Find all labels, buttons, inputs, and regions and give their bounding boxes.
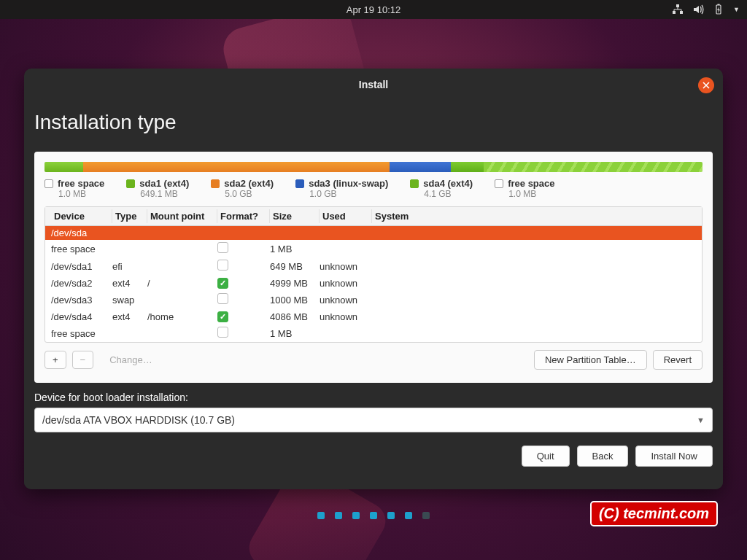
legend-item: free space1.0 MB xyxy=(495,178,554,199)
dot xyxy=(387,512,395,519)
table-cell: free space xyxy=(51,328,112,339)
col-device[interactable]: Device xyxy=(51,209,112,223)
legend-size: 1.0 MB xyxy=(508,189,554,199)
format-checkbox[interactable] xyxy=(217,278,228,289)
table-cell: ext4 xyxy=(112,278,147,289)
install-window: Install Installation type free space1.0 … xyxy=(24,69,723,489)
svg-rect-0 xyxy=(673,11,676,14)
legend-item: free space1.0 MB xyxy=(44,178,104,199)
table-cell: /dev/sda1 xyxy=(51,261,112,272)
col-system[interactable]: System xyxy=(372,209,696,223)
svg-rect-2 xyxy=(676,4,679,7)
partition-segment[interactable] xyxy=(390,162,451,172)
col-mount[interactable]: Mount point xyxy=(147,209,217,223)
change-button[interactable]: Change… xyxy=(99,351,163,369)
format-checkbox[interactable] xyxy=(217,260,228,271)
add-partition-button[interactable]: + xyxy=(44,351,66,369)
network-icon[interactable] xyxy=(672,4,684,15)
table-cell xyxy=(217,260,270,273)
table-cell: free space xyxy=(51,244,112,254)
boot-loader-device-select[interactable]: /dev/sda ATA VBOX HARDDISK (10.7 GB) ▼ xyxy=(34,408,713,432)
table-cell: ext4 xyxy=(112,311,147,322)
table-row[interactable]: /dev/sda2ext4/4999 MBunknown xyxy=(45,275,702,291)
watermark: (C) tecmint.com xyxy=(590,501,718,526)
device-group-row[interactable]: /dev/sda xyxy=(45,226,702,240)
partition-segment[interactable] xyxy=(451,162,484,172)
table-row[interactable]: /dev/sda1efi649 MBunknown xyxy=(45,257,702,275)
partition-segment[interactable] xyxy=(44,162,83,172)
format-checkbox[interactable] xyxy=(217,242,228,253)
table-cell: unknown xyxy=(320,261,372,272)
legend-swatch xyxy=(410,179,419,188)
format-checkbox[interactable] xyxy=(217,293,228,304)
table-cell: /dev/sda3 xyxy=(51,295,112,306)
partition-segment[interactable] xyxy=(83,162,389,172)
format-checkbox[interactable] xyxy=(217,327,228,338)
partition-segment[interactable] xyxy=(484,162,703,172)
table-row[interactable]: free space1 MB xyxy=(45,240,702,257)
partition-legend: free space1.0 MBsda1 (ext4)649.1 MBsda2 … xyxy=(44,178,703,199)
boot-loader-device-value: /dev/sda ATA VBOX HARDDISK (10.7 GB) xyxy=(42,414,235,426)
legend-swatch xyxy=(495,179,503,188)
table-row[interactable]: free space1 MB xyxy=(45,324,702,342)
remove-partition-button[interactable]: − xyxy=(72,351,94,369)
dot xyxy=(335,512,342,519)
chevron-down-icon: ▼ xyxy=(697,416,705,424)
new-partition-table-button[interactable]: New Partition Table… xyxy=(534,350,647,370)
back-button[interactable]: Back xyxy=(577,446,629,467)
battery-icon[interactable] xyxy=(713,4,724,15)
table-header-row: Device Type Mount point Format? Size Use… xyxy=(45,207,702,226)
legend-swatch xyxy=(295,179,304,188)
table-row[interactable]: /dev/sda3swap1000 MBunknown xyxy=(45,291,702,308)
legend-label: sda4 (ext4) xyxy=(423,178,473,189)
legend-size: 1.0 MB xyxy=(58,189,104,199)
sys-menu-caret-icon[interactable]: ▼ xyxy=(733,6,740,13)
table-cell: 4086 MB xyxy=(270,311,320,322)
col-format[interactable]: Format? xyxy=(217,209,270,223)
col-size[interactable]: Size xyxy=(270,209,320,223)
dot xyxy=(405,512,412,519)
table-cell: 1000 MB xyxy=(270,295,320,306)
legend-item: sda2 (ext4)5.0 GB xyxy=(211,178,274,199)
table-cell: unknown xyxy=(320,278,372,289)
format-checkbox[interactable] xyxy=(217,311,228,322)
clock[interactable]: Apr 19 10:12 xyxy=(347,4,400,15)
volume-icon[interactable] xyxy=(692,4,704,15)
col-used[interactable]: Used xyxy=(320,209,372,223)
legend-item: sda1 (ext4)649.1 MB xyxy=(126,178,189,199)
titlebar: Install xyxy=(24,69,723,101)
legend-label: sda1 (ext4) xyxy=(139,178,189,189)
table-cell xyxy=(217,293,270,306)
quit-button[interactable]: Quit xyxy=(522,446,570,467)
svg-rect-4 xyxy=(718,4,720,6)
table-row[interactable]: /dev/sda4ext4/home4086 MBunknown xyxy=(45,308,702,324)
dot xyxy=(422,512,430,519)
table-cell xyxy=(217,242,270,255)
table-cell: efi xyxy=(112,261,147,272)
legend-swatch xyxy=(211,179,220,188)
install-now-button[interactable]: Install Now xyxy=(635,446,713,467)
table-cell xyxy=(217,327,270,340)
table-cell xyxy=(217,311,270,322)
table-cell: unknown xyxy=(320,295,372,306)
revert-button[interactable]: Revert xyxy=(653,350,703,370)
table-cell xyxy=(217,277,270,289)
col-type[interactable]: Type xyxy=(112,209,147,223)
table-cell: 4999 MB xyxy=(270,278,320,289)
legend-item: sda3 (linux-swap)1.0 GB xyxy=(295,178,388,199)
svg-rect-1 xyxy=(680,11,683,14)
table-cell: 649 MB xyxy=(270,261,320,272)
close-button[interactable] xyxy=(698,77,714,93)
legend-size: 649.1 MB xyxy=(140,189,189,199)
partition-panel: free space1.0 MBsda1 (ext4)649.1 MBsda2 … xyxy=(34,152,713,383)
legend-swatch xyxy=(126,179,135,188)
legend-swatch xyxy=(44,179,53,188)
window-title: Install xyxy=(359,79,388,90)
legend-label: sda2 (ext4) xyxy=(224,178,274,189)
boot-loader-label: Device for boot loader installation: xyxy=(34,392,713,403)
table-cell: 1 MB xyxy=(270,244,320,254)
partition-bar[interactable] xyxy=(44,162,703,172)
table-cell: / xyxy=(147,278,217,289)
legend-label: free space xyxy=(58,178,104,189)
page-title: Installation type xyxy=(34,111,713,134)
